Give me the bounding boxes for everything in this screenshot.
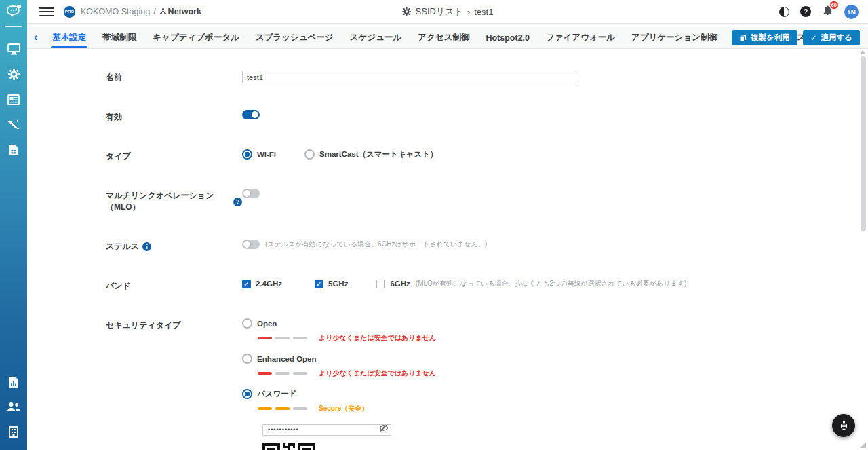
enabled-label: 有効: [106, 110, 242, 123]
help-icon[interactable]: ?: [800, 6, 811, 17]
tab-captive-portal[interactable]: キャプティブポータル: [144, 27, 248, 48]
security-enhanced-open-label[interactable]: Enhanced Open: [257, 355, 317, 363]
tab-splash-page[interactable]: スプラッシュページ: [248, 27, 342, 48]
check-icon: ✓: [810, 33, 817, 43]
mlo-row: マルチリンクオペレーション（MLO） ?: [106, 189, 868, 213]
tab-application-control[interactable]: アプリケーション制御: [623, 27, 726, 48]
security-option-open: Open より少なくまたは安全ではありません: [242, 318, 436, 343]
band-5ghz-label[interactable]: 5GHz: [328, 280, 348, 288]
enabled-row: 有効: [106, 110, 868, 123]
sidebar-item-users[interactable]: [0, 394, 27, 419]
network-icon: [159, 8, 167, 16]
mlo-label: マルチリンクオペレーション（MLO）: [106, 190, 230, 213]
back-chevron-icon[interactable]: ‹: [34, 31, 37, 43]
app-sidebar: [0, 0, 27, 450]
type-wifi-label[interactable]: Wi-Fi: [257, 151, 276, 159]
password-input[interactable]: [262, 424, 391, 436]
notification-badge: 60: [829, 1, 839, 10]
app-logo-icon[interactable]: [0, 0, 27, 23]
tab-schedule[interactable]: スケジュール: [342, 27, 410, 48]
resize-grip[interactable]: [860, 442, 866, 448]
sidebar-item-devices[interactable]: [0, 37, 27, 62]
page-title: SSIDリスト › test1: [402, 5, 494, 18]
top-header: PRO KOKOMO Staging / Network SSIDリスト › t…: [27, 0, 868, 23]
settings-tabbar: ‹ 基本設定 帯域制限 キャプティブポータル スプラッシュページ スケジュール …: [27, 27, 868, 49]
sidebar-item-reports[interactable]: [0, 369, 27, 394]
security-label: セキュリティタイプ: [106, 318, 242, 331]
security-password-label[interactable]: パスワード: [257, 389, 297, 399]
band-row: バンド ✓ 2.4GHz ✓ 5GHz 6GHz (MLOが有効になっている場合…: [106, 279, 868, 292]
eye-off-icon[interactable]: [379, 424, 389, 432]
stealth-toggle[interactable]: [242, 240, 260, 249]
apply-button[interactable]: ✓ 適用する: [803, 30, 860, 45]
page-title-list: SSIDリスト: [416, 5, 463, 18]
theme-contrast-icon[interactable]: [779, 7, 789, 17]
tab-hotspot20[interactable]: Hotspot2.0: [477, 27, 538, 48]
security-enhanced-open-warning: より少なくまたは安全ではありません: [319, 369, 436, 378]
ssid-name-input[interactable]: [242, 71, 576, 83]
name-label: 名前: [106, 71, 242, 83]
tab-firewall[interactable]: ファイアウォール: [538, 27, 623, 48]
assistant-icon: [839, 421, 849, 431]
strength-meter: [258, 372, 307, 375]
security-option-enhanced-open: Enhanced Open より少なくまたは安全ではありません: [242, 354, 436, 378]
security-open-warning: より少なくまたは安全ではありません: [319, 333, 436, 343]
band-24ghz-label[interactable]: 2.4GHz: [256, 280, 282, 288]
breadcrumb[interactable]: KOKOMO Staging / Network: [81, 7, 201, 16]
notifications-button[interactable]: 60: [822, 5, 833, 19]
security-enhanced-open-radio[interactable]: [242, 354, 252, 364]
stealth-note: (ステルスが有効になっている場合、6GHzはサポートされていません。): [265, 240, 487, 249]
mlo-toggle[interactable]: [242, 189, 260, 198]
security-password-radio[interactable]: [242, 389, 252, 399]
name-row: 名前: [106, 71, 868, 83]
type-row: タイプ Wi-Fi SmartCast（スマートキャスト）: [106, 149, 868, 162]
band-6ghz-note: (MLOが有効になっている場合、少なくとも2つの無線が選択されている必要がありま…: [416, 279, 687, 288]
band-5ghz-checkbox[interactable]: ✓: [315, 280, 323, 288]
strength-meter: [258, 337, 307, 339]
security-row: セキュリティタイプ Open より少なくまたは安全ではありません Enh: [106, 318, 868, 450]
security-option-password: パスワード Secure（安全） Wi-FiアクセスQRコー: [242, 389, 436, 450]
stealth-info-icon[interactable]: i: [142, 242, 151, 251]
type-label: タイプ: [106, 149, 242, 162]
band-6ghz-checkbox[interactable]: [376, 280, 385, 288]
stealth-label: ステルス: [106, 241, 139, 252]
avatar[interactable]: YM: [844, 5, 859, 19]
breadcrumb-separator: /: [153, 7, 155, 16]
pro-badge: PRO: [64, 6, 75, 18]
page-title-item: test1: [474, 7, 493, 17]
type-smartcast-radio[interactable]: [304, 149, 315, 160]
use-duplicate-button[interactable]: 複製を利用: [732, 30, 797, 45]
band-6ghz-label[interactable]: 6GHz: [390, 280, 410, 288]
band-24ghz-checkbox[interactable]: ✓: [242, 280, 251, 288]
type-wifi-radio[interactable]: [242, 149, 252, 160]
band-label: バンド: [106, 279, 242, 292]
copy-icon: [739, 34, 747, 42]
strength-meter: [258, 407, 307, 410]
hamburger-menu-icon[interactable]: [39, 7, 54, 16]
wifi-qr-code: [262, 443, 315, 450]
security-password-status: Secure（安全）: [319, 404, 368, 413]
breadcrumb-section[interactable]: Network: [168, 7, 201, 16]
sidebar-item-tools[interactable]: [0, 112, 27, 137]
sidebar-item-news[interactable]: [0, 87, 27, 112]
page-title-separator: ›: [467, 7, 470, 17]
tab-access-control[interactable]: アクセス制御: [410, 27, 477, 48]
sidebar-divider: [5, 26, 22, 27]
gear-icon: [402, 7, 412, 16]
vertical-scrollbar[interactable]: [861, 56, 866, 231]
breadcrumb-org[interactable]: KOKOMO Staging: [81, 7, 150, 16]
tab-basic-settings[interactable]: 基本設定: [44, 27, 94, 48]
type-smartcast-label[interactable]: SmartCast（スマートキャスト）: [319, 149, 437, 160]
security-open-radio[interactable]: [242, 318, 252, 329]
assistant-fab-button[interactable]: [832, 414, 855, 437]
tab-rate-limit[interactable]: 帯域制限: [94, 27, 144, 48]
sidebar-item-organization[interactable]: [0, 419, 27, 445]
sidebar-item-settings[interactable]: [0, 62, 27, 87]
sidebar-item-sim[interactable]: [0, 137, 27, 162]
security-open-label[interactable]: Open: [257, 320, 277, 328]
mlo-help-icon[interactable]: ?: [233, 198, 242, 206]
enabled-toggle[interactable]: [242, 110, 260, 119]
stealth-row: ステルス i (ステルスが有効になっている場合、6GHzはサポートされていません…: [106, 240, 868, 252]
scrollbar-up-arrow[interactable]: [860, 50, 865, 54]
basic-settings-panel: 名前 有効 タイプ Wi-Fi SmartCast（スマートキャスト） マルチリ…: [27, 50, 868, 450]
